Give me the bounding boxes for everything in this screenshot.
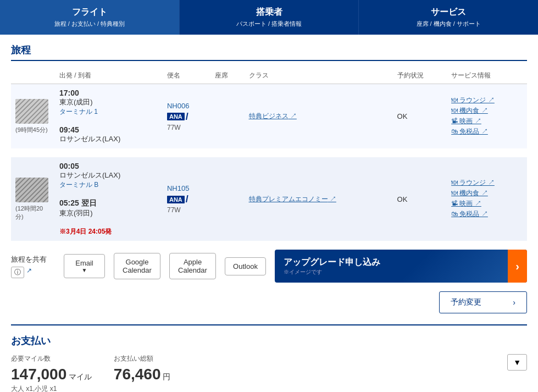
flight1-movie-link[interactable]: 📽 映画 ↗ — [451, 117, 523, 126]
tab-passenger-title: 搭乗者 — [188, 7, 350, 18]
flight1-arr-city: ロサンゼルス(LAX) — [59, 134, 158, 144]
share-icons: ⓘ ↗ — [11, 267, 32, 278]
flight2-services: 🍽 ラウンジ ↗ 🍽 機内食 ↗ 📽 映画 ↗ 🛍 免税品 ↗ — [447, 157, 527, 241]
flight2-flightnum: NH105 ANA / 77W — [163, 157, 210, 241]
col-thumb — [11, 68, 55, 84]
google-calendar-button[interactable]: Google Calendar — [114, 253, 160, 279]
flight2-thumb: (12時間20分) — [11, 157, 55, 241]
col-service: サービス情報 — [447, 68, 527, 84]
col-class: クラス — [245, 68, 393, 84]
flight1-seat — [210, 84, 245, 149]
google-calendar-label2: Calendar — [122, 266, 152, 274]
booking-change-arrow-icon: › — [513, 298, 515, 307]
table-row: (9時間45分) 17:00 東京(成田) ターミナル 1 NH006 ANA … — [11, 84, 527, 122]
col-flight-num: 便名 — [163, 68, 210, 84]
apple-calendar-label2: Calendar — [178, 266, 208, 274]
total-label: お支払い総額 — [114, 354, 170, 363]
flight2-num: NH105 — [167, 184, 206, 192]
flight1-aircraft: 77W — [167, 124, 206, 131]
tab-service[interactable]: サービス 座席 / 機内食 / サポート — [359, 0, 538, 35]
flight1-arr-time: 09:45 — [59, 125, 158, 134]
flight2-arr: 05:25 翌日 東京(羽田) — [55, 194, 163, 223]
flight1-dutyfree-link[interactable]: 🛍 免税品 ↗ — [451, 127, 523, 136]
share-info-icon[interactable]: ⓘ — [11, 267, 24, 278]
share-row: 旅程を共有 ⓘ ↗ Email ▼ Google Calendar Apple … — [11, 250, 527, 283]
col-dep-arr: 出発 / 到着 — [55, 68, 163, 84]
ana-slash2-icon: / — [186, 194, 188, 205]
payment-expand-button[interactable]: ▼ — [507, 354, 527, 371]
page-content: 旅程 出発 / 到着 便名 座席 クラス 予約状況 サービス情報 (9時間45分… — [0, 35, 538, 392]
tab-passenger[interactable]: 搭乗者 パスポート / 搭乗者情報 — [180, 0, 359, 35]
email-button[interactable]: Email ▼ — [64, 254, 105, 278]
flight2-class-link[interactable]: 特典プレミアムエコノミー ↗ — [249, 195, 336, 203]
payment-title: お支払い — [11, 334, 527, 347]
flight2-arr-time: 05:25 翌日 — [59, 198, 158, 208]
flight2-dep-time: 00:05 — [59, 162, 158, 170]
upgrade-banner[interactable]: アップグレード申し込み ※イメージです › — [275, 250, 527, 283]
col-seat: 座席 — [210, 68, 245, 84]
apple-calendar-button[interactable]: Apple Calendar — [169, 253, 216, 279]
booking-change-row: 予約変更 › — [11, 291, 527, 313]
flight1-dep: 17:00 東京(成田) ターミナル 1 — [55, 84, 163, 122]
email-label: Email — [72, 259, 97, 267]
flight1-dep-city: 東京(成田) — [59, 97, 158, 107]
miles-unit: マイル — [69, 372, 92, 381]
upgrade-text: アップグレード申し込み — [284, 257, 380, 268]
flight1-class-text: 特典ビジネス — [249, 112, 289, 120]
payment-row: 必要マイル数 147,000 マイル 大人 x1,小児 x1 お支払い総額 76… — [11, 354, 527, 392]
flight1-arr: 09:45 ロサンゼルス(LAX) — [55, 121, 163, 148]
flight1-dep-terminal: ターミナル 1 — [59, 107, 158, 117]
ana-slash-icon: / — [186, 111, 188, 123]
flight2-lounge-link[interactable]: 🍽 ラウンジ ↗ — [451, 178, 523, 187]
flight2-meal-link[interactable]: 🍽 機内食 ↗ — [451, 189, 523, 198]
booking-change-button[interactable]: 予約変更 › — [439, 291, 527, 313]
flight1-class: 特典ビジネス ↗ — [245, 84, 393, 149]
share-label: 旅程を共有 — [11, 255, 47, 264]
tab-flight-title: フライト — [9, 7, 170, 18]
flight1-thumb: (9時間45分) — [11, 84, 55, 149]
tab-flight-sub: 旅程 / お支払い / 特典種別 — [9, 20, 170, 28]
outlook-label: Outlook — [233, 262, 258, 270]
total-amount: 76,460 — [114, 366, 161, 383]
flight2-aircraft: 77W — [167, 206, 206, 214]
col-status: 予約状況 — [393, 68, 447, 84]
tab-service-title: サービス — [368, 7, 529, 18]
flight2-dep-city: ロサンゼルス(LAX) — [59, 170, 158, 180]
miles-label: 必要マイル数 — [11, 354, 92, 363]
total-unit: 円 — [163, 372, 170, 381]
upgrade-image-note: ※イメージです — [284, 268, 380, 276]
tab-flight[interactable]: フライト 旅程 / お支払い / 特典種別 — [0, 0, 180, 35]
flight1-services: 🍽 ラウンジ ↗ 🍽 機内食 ↗ 📽 映画 ↗ 🛍 免税品 ↗ — [447, 84, 527, 149]
payment-details: 必要マイル数 147,000 マイル 大人 x1,小児 x1 お支払い総額 76… — [11, 354, 170, 392]
flight1-airline: ANA — [167, 113, 185, 120]
total-amount-row: 76,460 円 — [114, 366, 170, 383]
flight1-meal-link[interactable]: 🍽 機内食 ↗ — [451, 106, 523, 115]
flight2-dep: 00:05 ロサンゼルス(LAX) ターミナル B — [55, 157, 163, 194]
flight2-duration: (12時間20分) — [15, 205, 51, 221]
flight1-class-link[interactable]: 特典ビジネス ↗ — [249, 112, 297, 120]
passengers-text: 大人 x1,小児 x1 — [11, 384, 92, 392]
flight2-movie-link[interactable]: 📽 映画 ↗ — [451, 199, 523, 208]
flight2-seat — [210, 157, 245, 241]
itinerary-title: 旅程 — [11, 43, 527, 61]
flight2-arr-city: 東京(羽田) — [59, 208, 158, 218]
itinerary-table: 出発 / 到着 便名 座席 クラス 予約状況 サービス情報 (9時間45分) 1… — [11, 68, 527, 241]
apple-calendar-label: Apple — [178, 258, 208, 266]
row-separator — [11, 148, 527, 157]
flight1-status: OK — [393, 84, 447, 149]
outlook-button[interactable]: Outlook — [225, 257, 266, 275]
flight1-num: NH006 — [167, 102, 206, 110]
share-label-group: 旅程を共有 ⓘ ↗ — [11, 255, 55, 278]
table-row: (12時間20分) 00:05 ロサンゼルス(LAX) ターミナル B NH10… — [11, 157, 527, 194]
upgrade-arrow-icon[interactable]: › — [508, 250, 527, 283]
upgrade-content: アップグレード申し込み ※イメージです — [275, 250, 389, 283]
tab-passenger-sub: パスポート / 搭乗者情報 — [188, 20, 350, 28]
flight2-dutyfree-link[interactable]: 🛍 免税品 ↗ — [451, 209, 523, 219]
share-external-icon[interactable]: ↗ — [26, 267, 32, 278]
miles-amount: 147,000 — [11, 366, 66, 383]
flight1-flightnum: NH006 ANA / 77W — [163, 84, 210, 149]
flight1-lounge-link[interactable]: 🍽 ラウンジ ↗ — [451, 96, 523, 105]
flight2-class-text: 特典プレミアムエコノミー — [249, 195, 328, 203]
flight2-class: 特典プレミアムエコノミー ↗ — [245, 157, 393, 241]
miles-item: 必要マイル数 147,000 マイル 大人 x1,小児 x1 — [11, 354, 92, 392]
